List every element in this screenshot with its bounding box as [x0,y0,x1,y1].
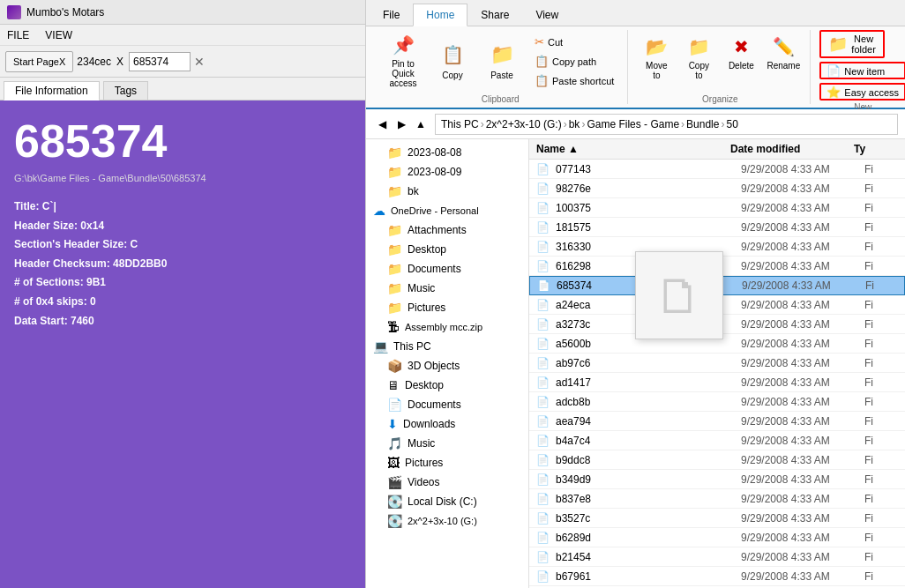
paste-button[interactable]: 📁 Paste [479,35,525,88]
back-button[interactable]: ◀ [373,115,391,133]
copy-button[interactable]: 📋 Copy [430,35,475,88]
table-row[interactable]: 📄 b3527c 9/29/2008 4:33 AM Fi [529,509,905,528]
file-type: Fi [864,299,898,311]
sidebar-item-downloads[interactable]: ⬇ Downloads [366,414,528,434]
file-date: 9/29/2008 4:33 AM [741,454,864,466]
sidebar-item-assembly-zip[interactable]: 🗜 Assembly mcc.zip [366,317,528,337]
table-row[interactable]: 📄 b21454 9/29/2008 4:33 AM Fi [529,547,905,567]
file-icon: 📄 [536,202,550,214]
table-row[interactable]: 📄 adcb8b 9/29/2008 4:33 AM Fi [529,392,905,412]
col-name-header[interactable]: Name ▲ [536,143,730,155]
table-row[interactable]: 📄 b6289d 9/29/2008 4:33 AM Fi [529,528,905,547]
tab-file[interactable]: File [370,3,413,26]
file-name: adcb8b [556,396,741,408]
file-date: 9/29/2008 4:33 AM [741,260,864,272]
paste-shortcut-button[interactable]: 📋Paste shortcut [528,72,620,90]
sidebar-item-label: Local Disk (C:) [408,495,477,508]
sidebar-item-documents-pc[interactable]: 📄 Documents [366,395,528,414]
table-row[interactable]: 📄 b67961 9/29/2008 4:33 AM Fi [529,567,905,586]
file-date: 9/29/2008 4:33 AM [741,532,864,544]
up-button[interactable]: ▲ [412,115,430,133]
file-number-input[interactable] [129,52,191,71]
new-folder-button[interactable]: 📁 Newfolder [819,30,885,58]
x-close-button[interactable]: ✕ [194,55,205,69]
sidebar-item-pictures-pc[interactable]: 🖼 Pictures [366,453,528,473]
file-type: Fi [864,338,898,350]
start-page-button[interactable]: Start PageX [5,51,73,72]
sidebar-item-bk[interactable]: 📁 bk [366,182,528,201]
file-icon: 📄 [536,357,550,369]
table-row[interactable]: 📄 ab97c6 9/29/2008 4:33 AM Fi [529,354,905,373]
small-clipboard-buttons: ✂Cut 📋Copy path 📋Paste shortcut [528,33,620,90]
file-type: Fi [864,376,898,389]
move-to-button[interactable]: 📂 Moveto [637,35,676,88]
sidebar-item-videos[interactable]: 🎬 Videos [366,473,528,492]
menu-file[interactable]: FILE [4,27,33,43]
delete-button[interactable]: ✖ Delete [722,35,760,88]
new-item-button[interactable]: 📄New item [819,62,905,79]
sidebar-item-pictures-od[interactable]: 📁 Pictures [366,298,528,317]
sidebar-item-2023-08-09[interactable]: 📁 2023-08-09 [366,162,528,182]
easy-access-button[interactable]: ⭐Easy access [819,83,905,100]
tab-share[interactable]: Share [467,3,522,26]
cut-button[interactable]: ✂Cut [528,33,620,51]
table-row[interactable]: 📄 b9ddc8 9/29/2008 4:33 AM Fi [529,450,905,470]
sidebar-item-music-od[interactable]: 📁 Music [366,279,528,298]
file-date: 9/29/2008 4:33 AM [741,357,864,369]
table-row-selected[interactable]: 📄 685374 9/29/2008 4:33 AM Fi 🗋 [529,276,905,295]
copy-path-button[interactable]: 📋Copy path [528,53,620,71]
file-name: b67961 [556,570,741,583]
table-row[interactable]: 📄 98276e 9/29/2008 4:33 AM Fi [529,179,905,198]
sidebar-item-label: Attachments [408,224,467,236]
rename-button[interactable]: ✏️ Rename [764,35,803,88]
sidebar-item-label: Pictures [408,301,445,314]
forward-button[interactable]: ▶ [393,115,410,133]
table-row[interactable]: 📄 100375 9/29/2008 4:33 AM Fi [529,198,905,218]
file-date: 9/29/2008 4:33 AM [741,551,864,563]
organize-buttons: 📂 Moveto 📁 Copyto ✖ Delete ✏️ Rename [637,30,803,93]
col-type-header[interactable]: Ty [854,143,898,155]
tab-home[interactable]: Home [413,4,467,26]
sidebar-item-music-pc[interactable]: 🎵 Music [366,434,528,453]
sidebar-item-desktop-od[interactable]: 📁 Desktop [366,240,528,259]
table-row[interactable]: 📄 181575 9/29/2008 4:33 AM Fi [529,218,905,237]
folder-icon: 📦 [387,359,402,373]
onedrive-icon: ☁ [373,204,385,218]
copy-to-label: Copyto [689,61,709,80]
table-row[interactable]: 📄 b349d9 9/29/2008 4:33 AM Fi [529,470,905,489]
tab-view[interactable]: View [522,3,572,26]
videos-icon: 🎬 [387,475,402,489]
table-row[interactable]: 📄 b4a7c4 9/29/2008 4:33 AM Fi [529,431,905,450]
table-row[interactable]: 📄 aea794 9/29/2008 4:33 AM Fi [529,412,905,431]
table-row[interactable]: 📄 077143 9/29/2008 4:33 AM Fi [529,160,905,179]
address-path[interactable]: This PC › 2x^2+3x-10 (G:) › bk › Game Fi… [435,114,898,135]
file-icon: 📄 [536,338,550,350]
sidebar-item-documents-od[interactable]: 📁 Documents [366,259,528,279]
sidebar-item-label: Music [408,437,435,450]
menu-view[interactable]: VIEW [41,27,76,43]
sidebar-item-local-disk[interactable]: 💽 Local Disk (C:) [366,492,528,511]
sidebar-item-3d-objects[interactable]: 📦 3D Objects [366,356,528,376]
new-item-label: New item [844,66,885,77]
sidebar-item-desktop-pc[interactable]: 🖥 Desktop [366,376,528,395]
file-icon: 📄 [536,493,550,505]
table-row[interactable]: 📄 ad1417 9/29/2008 4:33 AM Fi [529,373,905,392]
path-bk: bk [569,118,580,130]
file-date: 9/29/2008 4:33 AM [741,493,864,505]
zip-icon: 🗜 [387,320,400,334]
sidebar-item-label: bk [408,185,419,197]
sidebar-item-2023-08-08[interactable]: 📁 2023-08-08 [366,143,528,162]
file-icon: 📄 [536,570,550,583]
pin-to-quick-access-button[interactable]: 📌 Pin to Quickaccess [380,35,426,88]
sidebar-item-g-drive[interactable]: 💽 2x^2+3x-10 (G:) [366,511,528,531]
copy-to-button[interactable]: 📁 Copyto [679,35,718,88]
file-icon: 📄 [536,532,550,544]
col-date-header[interactable]: Date modified [730,143,854,155]
sidebar-item-onedrive[interactable]: ☁ OneDrive - Personal [366,201,528,220]
file-icon: 📄 [536,454,550,466]
tab-tags[interactable]: Tags [103,81,148,100]
tab-file-information[interactable]: File Information [4,81,100,100]
table-row[interactable]: 📄 b837e8 9/29/2008 4:33 AM Fi [529,489,905,509]
sidebar-item-this-pc[interactable]: 💻 This PC [366,337,528,356]
sidebar-item-attachments[interactable]: 📁 Attachments [366,220,528,240]
